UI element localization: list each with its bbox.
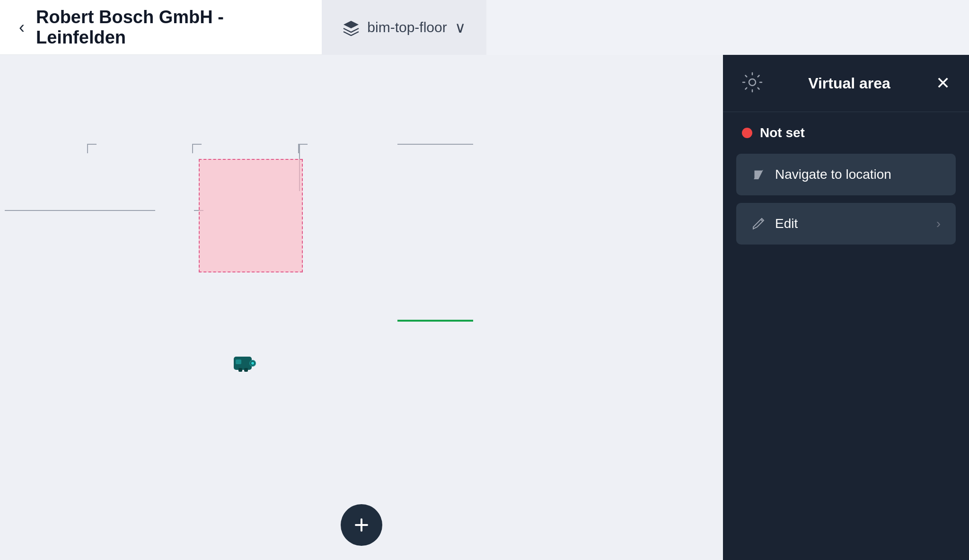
svg-point-3 — [251, 362, 254, 365]
virtual-area-box — [199, 159, 303, 272]
settings-icon — [742, 72, 763, 93]
svg-rect-1 — [236, 359, 241, 364]
page-title: Robert Bosch GmbH - Leinfelden — [36, 7, 303, 48]
floor-name-label: bim-top-floor — [367, 19, 447, 35]
plus-icon — [352, 516, 371, 534]
map-area[interactable] — [0, 55, 723, 560]
panel-title: Virtual area — [772, 75, 926, 92]
right-panel: Virtual area ✕ Not set Navigate to locat… — [723, 55, 969, 560]
svg-rect-4 — [238, 368, 242, 372]
svg-rect-5 — [244, 368, 248, 372]
fab-button[interactable] — [341, 504, 382, 546]
status-row: Not set — [723, 112, 969, 154]
edit-icon — [751, 217, 766, 231]
status-text: Not set — [760, 125, 805, 140]
corner-mark-tr — [192, 144, 202, 153]
navigate-icon — [751, 167, 766, 182]
wall-line-top — [397, 144, 473, 145]
wall-line-1 — [5, 210, 155, 211]
floor-plan — [0, 55, 723, 560]
header: ‹ Robert Bosch GmbH - Leinfelden bim-top… — [0, 0, 969, 55]
navigate-label: Navigate to location — [775, 167, 941, 182]
header-spacer — [486, 0, 969, 55]
navigate-to-location-button[interactable]: Navigate to location — [736, 154, 956, 195]
edit-button[interactable]: Edit › — [736, 203, 956, 245]
settings-button[interactable] — [742, 72, 763, 95]
svg-point-6 — [749, 79, 756, 86]
back-button[interactable]: ‹ — [19, 19, 25, 36]
robot-icon — [232, 353, 256, 374]
green-line — [397, 320, 473, 322]
edit-label: Edit — [775, 216, 927, 231]
header-left: ‹ Robert Bosch GmbH - Leinfelden — [0, 0, 322, 55]
main-content: Virtual area ✕ Not set Navigate to locat… — [0, 55, 969, 560]
chevron-down-icon: ∨ — [455, 18, 466, 36]
panel-header: Virtual area ✕ — [723, 55, 969, 112]
layers-icon — [343, 19, 360, 36]
edit-arrow-icon: › — [936, 216, 941, 231]
floor-selector[interactable]: bim-top-floor ∨ — [322, 0, 486, 55]
status-dot — [742, 128, 752, 138]
corner-mark-tl — [87, 144, 97, 153]
close-button[interactable]: ✕ — [936, 75, 950, 92]
